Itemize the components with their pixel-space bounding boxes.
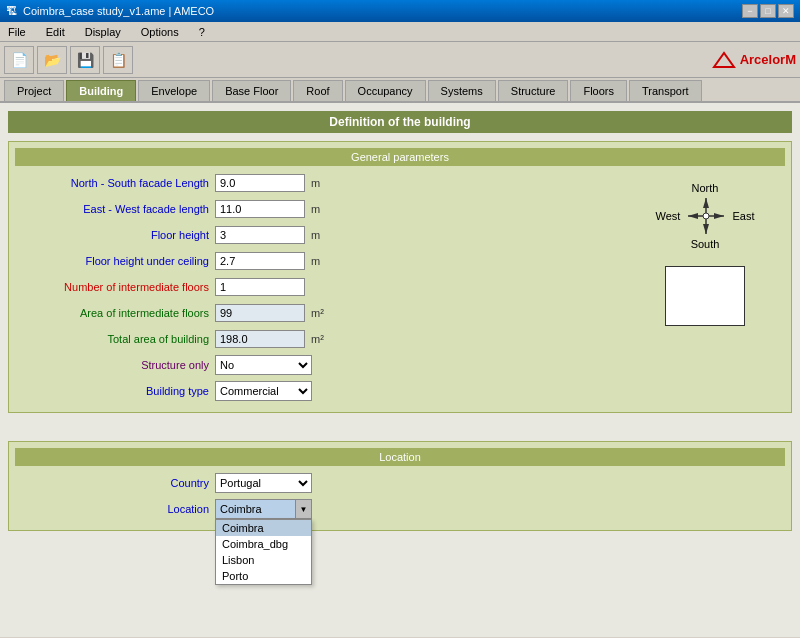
building-outline	[665, 266, 745, 326]
compass-south: South	[691, 238, 720, 250]
north-south-label: North - South facade Length	[15, 177, 215, 189]
compass-west: West	[656, 210, 681, 222]
location-dropdown-list: Coimbra Coimbra_dbg Lisbon Porto	[215, 519, 312, 585]
structure-only-label: Structure only	[15, 359, 215, 371]
save-button[interactable]: 💾	[70, 46, 100, 74]
num-floors-label: Number of intermediate floors	[15, 281, 215, 293]
arcelormittal-logo: ArcelorM	[712, 51, 796, 69]
location-option-lisbon[interactable]: Lisbon	[216, 552, 311, 568]
location-header: Location	[15, 448, 785, 466]
open-button[interactable]: 📂	[37, 46, 67, 74]
menu-edit[interactable]: Edit	[42, 25, 69, 39]
tabs-bar: Project Building Envelope Base Floor Roo…	[0, 78, 800, 103]
title-bar-title: 🏗 Coimbra_case study_v1.ame | AMECO	[6, 5, 214, 17]
location-dropdown-button[interactable]: ▼	[295, 500, 311, 518]
north-south-row: North - South facade Length m	[15, 172, 615, 194]
location-selected-value: Coimbra	[216, 502, 295, 516]
total-area-input	[215, 330, 305, 348]
minimize-button[interactable]: −	[742, 4, 758, 18]
area-floors-input	[215, 304, 305, 322]
structure-only-select[interactable]: No Yes	[215, 355, 312, 375]
app-icon: 🏗	[6, 5, 17, 17]
location-option-coimbra-dbg[interactable]: Coimbra_dbg	[216, 536, 311, 552]
country-row: Country Portugal Spain France Germany	[15, 472, 785, 494]
content-area: Definition of the building General param…	[0, 103, 800, 637]
new-button[interactable]: 📄	[4, 46, 34, 74]
total-area-label: Total area of building	[15, 333, 215, 345]
floor-ceiling-label: Floor height under ceiling	[15, 255, 215, 267]
toolbar: 📄 📂 💾 📋 ArcelorM	[0, 42, 800, 78]
menu-display[interactable]: Display	[81, 25, 125, 39]
compass-east: East	[732, 210, 754, 222]
close-button[interactable]: ✕	[778, 4, 794, 18]
svg-marker-3	[703, 198, 709, 208]
location-option-porto[interactable]: Porto	[216, 568, 311, 584]
compass-icon	[686, 196, 726, 236]
form-column: North - South facade Length m East - Wes…	[15, 172, 615, 406]
menu-bar: File Edit Display Options ?	[0, 22, 800, 42]
menu-file[interactable]: File	[4, 25, 30, 39]
maximize-button[interactable]: □	[760, 4, 776, 18]
general-params-section: General parameters North - South facade …	[8, 141, 792, 413]
svg-marker-5	[688, 213, 698, 219]
floor-height-unit: m	[311, 229, 320, 241]
tab-floors[interactable]: Floors	[570, 80, 627, 101]
general-params-header: General parameters	[15, 148, 785, 166]
compass-column: North West East South	[625, 172, 785, 406]
tab-occupancy[interactable]: Occupancy	[345, 80, 426, 101]
floor-ceiling-unit: m	[311, 255, 320, 267]
floor-height-label: Floor height	[15, 229, 215, 241]
svg-marker-4	[703, 224, 709, 234]
east-west-row: East - West facade length m	[15, 198, 615, 220]
building-type-label: Building type	[15, 385, 215, 397]
section-title: Definition of the building	[8, 111, 792, 133]
svg-marker-6	[714, 213, 724, 219]
east-west-input[interactable]	[215, 200, 305, 218]
title-bar-controls[interactable]: − □ ✕	[742, 4, 794, 18]
location-label: Location	[15, 503, 215, 515]
east-west-unit: m	[311, 203, 320, 215]
spacer	[8, 421, 792, 441]
country-label: Country	[15, 477, 215, 489]
title-bar: 🏗 Coimbra_case study_v1.ame | AMECO − □ …	[0, 0, 800, 22]
location-row: Location Coimbra ▼ Coimbra Coimbra_dbg L…	[15, 498, 785, 520]
svg-point-7	[703, 213, 709, 219]
total-area-row: Total area of building m²	[15, 328, 615, 350]
north-south-unit: m	[311, 177, 320, 189]
country-select[interactable]: Portugal Spain France Germany	[215, 473, 312, 493]
tab-project[interactable]: Project	[4, 80, 64, 101]
area-floors-row: Area of intermediate floors m²	[15, 302, 615, 324]
floor-ceiling-input[interactable]	[215, 252, 305, 270]
location-dropdown-container: Coimbra ▼ Coimbra Coimbra_dbg Lisbon Por…	[215, 499, 312, 519]
tab-building[interactable]: Building	[66, 80, 136, 101]
building-type-select[interactable]: Commercial Residential Industrial	[215, 381, 312, 401]
structure-only-row: Structure only No Yes	[15, 354, 615, 376]
floor-ceiling-row: Floor height under ceiling m	[15, 250, 615, 272]
tab-basefloor[interactable]: Base Floor	[212, 80, 291, 101]
area-floors-label: Area of intermediate floors	[15, 307, 215, 319]
tab-roof[interactable]: Roof	[293, 80, 342, 101]
location-section: Location Country Portugal Spain France G…	[8, 441, 792, 531]
floor-height-row: Floor height m	[15, 224, 615, 246]
location-option-coimbra[interactable]: Coimbra	[216, 520, 311, 536]
print-button[interactable]: 📋	[103, 46, 133, 74]
menu-help[interactable]: ?	[195, 25, 209, 39]
tab-transport[interactable]: Transport	[629, 80, 702, 101]
tab-structure[interactable]: Structure	[498, 80, 569, 101]
total-area-unit: m²	[311, 333, 324, 345]
num-floors-row: Number of intermediate floors	[15, 276, 615, 298]
main-layout: North - South facade Length m East - Wes…	[15, 172, 785, 406]
num-floors-input[interactable]	[215, 278, 305, 296]
floor-height-input[interactable]	[215, 226, 305, 244]
north-south-input[interactable]	[215, 174, 305, 192]
area-floors-unit: m²	[311, 307, 324, 319]
logo-icon	[712, 51, 736, 69]
building-type-row: Building type Commercial Residential Ind…	[15, 380, 615, 402]
tab-envelope[interactable]: Envelope	[138, 80, 210, 101]
tab-systems[interactable]: Systems	[428, 80, 496, 101]
menu-options[interactable]: Options	[137, 25, 183, 39]
east-west-label: East - West facade length	[15, 203, 215, 215]
compass-north: North	[692, 182, 719, 194]
